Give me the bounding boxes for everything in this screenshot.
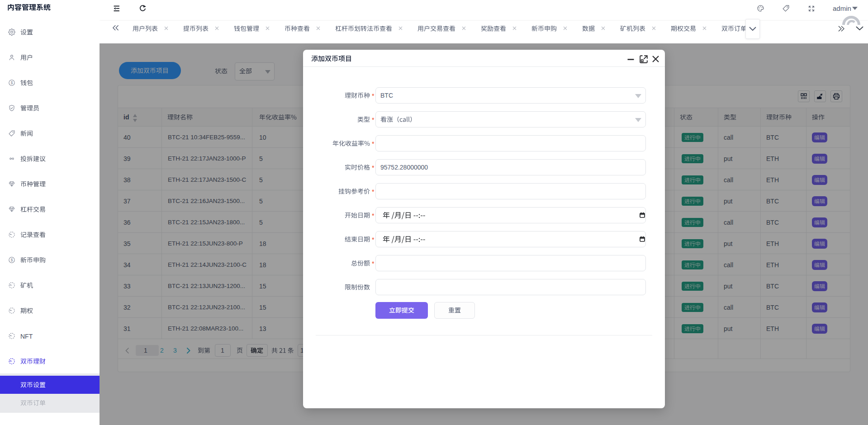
svg-text:$: $: [11, 258, 13, 262]
svg-text:$: $: [11, 80, 13, 85]
